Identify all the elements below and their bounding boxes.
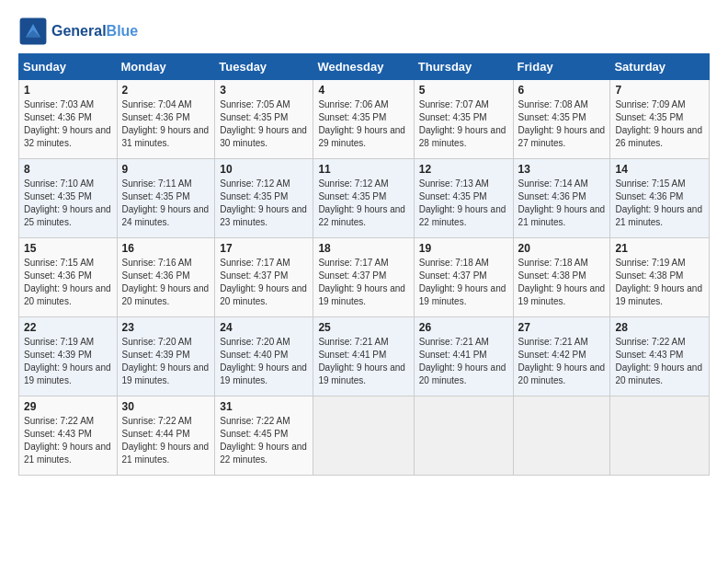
day-number: 16 <box>122 242 210 255</box>
day-number: 24 <box>220 321 308 334</box>
day-info: Sunrise: 7:22 AMSunset: 4:43 PMDaylight:… <box>615 337 702 385</box>
day-cell: 27 Sunrise: 7:21 AMSunset: 4:42 PMDaylig… <box>513 317 610 396</box>
weekday-header-tuesday: Tuesday <box>215 54 313 80</box>
day-number: 4 <box>318 84 408 97</box>
day-info: Sunrise: 7:08 AMSunset: 4:35 PMDaylight:… <box>518 99 606 148</box>
day-number: 7 <box>615 84 704 97</box>
day-cell: 7 Sunrise: 7:09 AMSunset: 4:35 PMDayligh… <box>610 80 710 159</box>
logo-text: GeneralBlue <box>51 23 138 40</box>
day-cell <box>414 396 513 476</box>
day-info: Sunrise: 7:22 AMSunset: 4:44 PMDaylight:… <box>122 416 210 465</box>
day-info: Sunrise: 7:03 AMSunset: 4:36 PMDaylight:… <box>24 99 111 148</box>
day-cell: 29 Sunrise: 7:22 AMSunset: 4:43 PMDaylig… <box>19 396 118 476</box>
day-cell: 25 Sunrise: 7:21 AMSunset: 4:41 PMDaylig… <box>313 317 414 396</box>
day-cell: 10 Sunrise: 7:12 AMSunset: 4:35 PMDaylig… <box>215 159 313 238</box>
day-cell: 28 Sunrise: 7:22 AMSunset: 4:43 PMDaylig… <box>610 317 710 396</box>
day-cell: 17 Sunrise: 7:17 AMSunset: 4:37 PMDaylig… <box>215 238 313 317</box>
day-number: 8 <box>24 163 112 176</box>
week-row-1: 1 Sunrise: 7:03 AMSunset: 4:36 PMDayligh… <box>19 80 710 159</box>
day-info: Sunrise: 7:12 AMSunset: 4:35 PMDaylight:… <box>318 178 405 227</box>
day-info: Sunrise: 7:09 AMSunset: 4:35 PMDaylight:… <box>615 99 702 148</box>
day-cell: 4 Sunrise: 7:06 AMSunset: 4:35 PMDayligh… <box>313 80 414 159</box>
day-number: 14 <box>615 163 704 176</box>
header: GeneralBlue <box>18 17 710 46</box>
day-info: Sunrise: 7:15 AMSunset: 4:36 PMDaylight:… <box>615 178 702 227</box>
weekday-header-saturday: Saturday <box>610 54 710 80</box>
day-info: Sunrise: 7:10 AMSunset: 4:35 PMDaylight:… <box>24 178 111 227</box>
day-number: 31 <box>220 400 308 413</box>
day-cell: 18 Sunrise: 7:17 AMSunset: 4:37 PMDaylig… <box>313 238 414 317</box>
day-cell: 20 Sunrise: 7:18 AMSunset: 4:38 PMDaylig… <box>513 238 610 317</box>
day-cell: 15 Sunrise: 7:15 AMSunset: 4:36 PMDaylig… <box>19 238 118 317</box>
day-info: Sunrise: 7:15 AMSunset: 4:36 PMDaylight:… <box>24 258 111 306</box>
day-number: 22 <box>24 321 112 334</box>
day-cell: 11 Sunrise: 7:12 AMSunset: 4:35 PMDaylig… <box>313 159 414 238</box>
day-cell: 12 Sunrise: 7:13 AMSunset: 4:35 PMDaylig… <box>414 159 513 238</box>
week-row-3: 15 Sunrise: 7:15 AMSunset: 4:36 PMDaylig… <box>19 238 710 317</box>
day-number: 3 <box>220 84 308 97</box>
day-number: 21 <box>615 242 704 255</box>
day-cell: 23 Sunrise: 7:20 AMSunset: 4:39 PMDaylig… <box>117 317 215 396</box>
day-info: Sunrise: 7:11 AMSunset: 4:35 PMDaylight:… <box>122 178 210 227</box>
day-number: 26 <box>419 321 508 334</box>
day-number: 2 <box>122 84 210 97</box>
day-info: Sunrise: 7:07 AMSunset: 4:35 PMDaylight:… <box>419 99 506 148</box>
weekday-header-thursday: Thursday <box>414 54 513 80</box>
weekday-header-monday: Monday <box>117 54 215 80</box>
day-info: Sunrise: 7:19 AMSunset: 4:38 PMDaylight:… <box>615 258 702 306</box>
day-number: 30 <box>122 400 210 413</box>
day-number: 1 <box>24 84 112 97</box>
day-number: 27 <box>518 321 606 334</box>
day-number: 29 <box>24 400 112 413</box>
day-cell: 8 Sunrise: 7:10 AMSunset: 4:35 PMDayligh… <box>19 159 118 238</box>
day-number: 18 <box>318 242 408 255</box>
page: GeneralBlue SundayMondayTuesdayWednesday… <box>0 0 728 485</box>
weekday-header-sunday: Sunday <box>19 54 118 80</box>
day-info: Sunrise: 7:20 AMSunset: 4:40 PMDaylight:… <box>220 337 307 385</box>
day-info: Sunrise: 7:05 AMSunset: 4:35 PMDaylight:… <box>220 99 307 148</box>
day-info: Sunrise: 7:04 AMSunset: 4:36 PMDaylight:… <box>122 99 210 148</box>
day-number: 23 <box>122 321 210 334</box>
day-info: Sunrise: 7:20 AMSunset: 4:39 PMDaylight:… <box>122 337 210 385</box>
day-info: Sunrise: 7:17 AMSunset: 4:37 PMDaylight:… <box>220 258 307 306</box>
day-number: 12 <box>419 163 508 176</box>
day-cell: 9 Sunrise: 7:11 AMSunset: 4:35 PMDayligh… <box>117 159 215 238</box>
day-cell <box>313 396 414 476</box>
day-cell: 16 Sunrise: 7:16 AMSunset: 4:36 PMDaylig… <box>117 238 215 317</box>
day-number: 6 <box>518 84 606 97</box>
day-number: 15 <box>24 242 112 255</box>
day-info: Sunrise: 7:13 AMSunset: 4:35 PMDaylight:… <box>419 178 506 227</box>
week-row-2: 8 Sunrise: 7:10 AMSunset: 4:35 PMDayligh… <box>19 159 710 238</box>
day-info: Sunrise: 7:21 AMSunset: 4:41 PMDaylight:… <box>318 337 405 385</box>
day-number: 9 <box>122 163 210 176</box>
calendar-table: SundayMondayTuesdayWednesdayThursdayFrid… <box>18 53 710 476</box>
day-cell: 24 Sunrise: 7:20 AMSunset: 4:40 PMDaylig… <box>215 317 313 396</box>
day-cell: 30 Sunrise: 7:22 AMSunset: 4:44 PMDaylig… <box>117 396 215 476</box>
day-info: Sunrise: 7:18 AMSunset: 4:38 PMDaylight:… <box>518 258 606 306</box>
day-cell: 22 Sunrise: 7:19 AMSunset: 4:39 PMDaylig… <box>19 317 118 396</box>
day-cell: 1 Sunrise: 7:03 AMSunset: 4:36 PMDayligh… <box>19 80 118 159</box>
day-number: 5 <box>419 84 508 97</box>
day-number: 17 <box>220 242 308 255</box>
logo-icon <box>18 17 48 46</box>
day-cell: 26 Sunrise: 7:21 AMSunset: 4:41 PMDaylig… <box>414 317 513 396</box>
day-info: Sunrise: 7:12 AMSunset: 4:35 PMDaylight:… <box>220 178 307 227</box>
logo: GeneralBlue <box>18 17 138 46</box>
day-cell: 13 Sunrise: 7:14 AMSunset: 4:36 PMDaylig… <box>513 159 610 238</box>
day-info: Sunrise: 7:22 AMSunset: 4:43 PMDaylight:… <box>24 416 111 465</box>
day-number: 20 <box>518 242 606 255</box>
day-info: Sunrise: 7:06 AMSunset: 4:35 PMDaylight:… <box>318 99 405 148</box>
weekday-header-row: SundayMondayTuesdayWednesdayThursdayFrid… <box>19 54 710 80</box>
week-row-5: 29 Sunrise: 7:22 AMSunset: 4:43 PMDaylig… <box>19 396 710 476</box>
day-info: Sunrise: 7:21 AMSunset: 4:41 PMDaylight:… <box>419 337 506 385</box>
day-info: Sunrise: 7:22 AMSunset: 4:45 PMDaylight:… <box>220 416 307 465</box>
day-info: Sunrise: 7:16 AMSunset: 4:36 PMDaylight:… <box>122 258 210 306</box>
day-info: Sunrise: 7:21 AMSunset: 4:42 PMDaylight:… <box>518 337 606 385</box>
day-cell: 6 Sunrise: 7:08 AMSunset: 4:35 PMDayligh… <box>513 80 610 159</box>
day-cell: 2 Sunrise: 7:04 AMSunset: 4:36 PMDayligh… <box>117 80 215 159</box>
weekday-header-wednesday: Wednesday <box>313 54 414 80</box>
day-cell: 19 Sunrise: 7:18 AMSunset: 4:37 PMDaylig… <box>414 238 513 317</box>
day-cell: 3 Sunrise: 7:05 AMSunset: 4:35 PMDayligh… <box>215 80 313 159</box>
day-number: 19 <box>419 242 508 255</box>
day-info: Sunrise: 7:18 AMSunset: 4:37 PMDaylight:… <box>419 258 506 306</box>
